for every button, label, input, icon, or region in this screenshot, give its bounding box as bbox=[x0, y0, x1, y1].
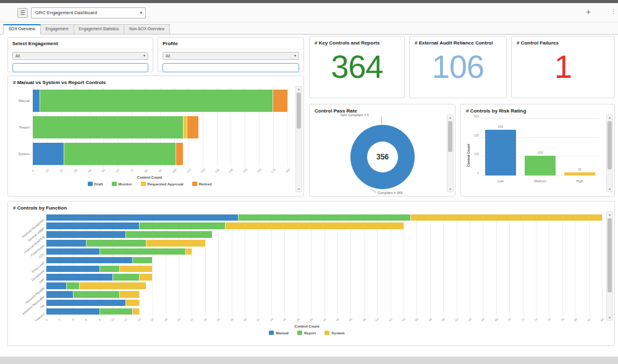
bar-segment-retired[interactable] bbox=[176, 143, 182, 165]
scroll-up-icon[interactable]: ▲ bbox=[607, 115, 612, 120]
bar-segment-monitor[interactable] bbox=[40, 90, 273, 112]
bar-segment-manual[interactable] bbox=[46, 231, 125, 238]
bar-zone bbox=[46, 222, 602, 229]
chevron-down-icon: ▾ bbox=[143, 53, 145, 59]
bar-segment-report[interactable] bbox=[132, 257, 152, 264]
legend-item-monitor[interactable]: Monitor bbox=[112, 182, 132, 186]
category-label: System bbox=[12, 152, 33, 156]
scroll-up-icon[interactable]: ▲ bbox=[607, 212, 612, 217]
vertical-scrollbar[interactable]: ▲ ▼ bbox=[606, 114, 613, 192]
bar-segment-manual[interactable] bbox=[46, 222, 139, 229]
stacked-bar bbox=[46, 282, 602, 289]
x-tick-label: 76 bbox=[546, 317, 551, 322]
bar-row-financial-reporting: Financial Reporting bbox=[12, 231, 602, 238]
legend-item-draft[interactable]: Draft bbox=[88, 182, 103, 186]
bar-medium[interactable] bbox=[525, 156, 556, 176]
x-tick-label: 46 bbox=[348, 317, 353, 322]
tab-engagement[interactable]: Engagement bbox=[41, 24, 74, 35]
tab-sox-overview[interactable]: SOX Overview bbox=[3, 24, 41, 35]
bar-segment-system[interactable] bbox=[410, 214, 602, 221]
legend-item-report[interactable]: Report bbox=[297, 331, 316, 335]
add-icon[interactable]: + bbox=[583, 7, 593, 17]
engagement-dropdown[interactable]: All ▾ bbox=[12, 52, 148, 60]
bar-segment-manual[interactable] bbox=[46, 266, 99, 273]
bar-segment-manual[interactable] bbox=[46, 240, 86, 247]
bar-segment-system[interactable] bbox=[225, 222, 404, 229]
profile-dropdown[interactable]: All ▾ bbox=[163, 52, 299, 60]
bar-segment-monitor[interactable] bbox=[33, 116, 183, 138]
bar-segment-report[interactable] bbox=[73, 291, 119, 298]
legend-item-manual[interactable]: Manual bbox=[269, 331, 289, 335]
vertical-scrollbar[interactable]: ▲ ▼ bbox=[295, 86, 302, 192]
bar-segment-report[interactable] bbox=[125, 231, 211, 238]
engagement-search-input[interactable] bbox=[12, 63, 148, 72]
bar-zone bbox=[46, 266, 602, 273]
bar-segment-retired[interactable] bbox=[273, 90, 287, 112]
legend-item-requested-approval[interactable]: Requested Approval bbox=[141, 182, 184, 186]
bar-segment-report[interactable] bbox=[86, 240, 145, 247]
bar-high[interactable] bbox=[564, 172, 595, 176]
stacked-bar bbox=[46, 291, 602, 298]
bar-segment-draft[interactable] bbox=[33, 143, 64, 165]
bar-segment-report[interactable] bbox=[139, 222, 225, 229]
bar-segment-manual[interactable] bbox=[46, 308, 99, 315]
profile-search-input[interactable] bbox=[163, 63, 299, 72]
bar-segment-report[interactable] bbox=[66, 282, 79, 289]
bar-segment-manual[interactable] bbox=[46, 248, 99, 255]
scrollbar-thumb[interactable] bbox=[448, 121, 452, 152]
bar-segment-manual[interactable] bbox=[46, 300, 125, 307]
bar-segment-manual[interactable] bbox=[46, 214, 238, 221]
scroll-down-icon[interactable]: ▼ bbox=[607, 315, 612, 320]
chart-panel-controls-by-function: # Controls by Function Revenue Recogniti… bbox=[7, 201, 615, 346]
bar-zone bbox=[46, 274, 602, 281]
x-tick-label: 180 bbox=[284, 167, 290, 174]
x-tick-label: 20 bbox=[59, 168, 64, 173]
stacked-bar bbox=[46, 300, 602, 307]
scroll-down-icon[interactable]: ▼ bbox=[447, 187, 453, 192]
legend-item-system[interactable]: System bbox=[324, 331, 344, 335]
bar-segment-system[interactable] bbox=[132, 308, 139, 315]
bar-low[interactable] bbox=[485, 130, 516, 176]
bar-segment-system[interactable] bbox=[139, 274, 152, 281]
bar-segment-system[interactable] bbox=[185, 248, 192, 255]
menu-icon[interactable]: ☰ bbox=[17, 8, 28, 18]
vertical-scrollbar[interactable]: ▲ ▼ bbox=[447, 114, 454, 192]
bar-segment-report[interactable] bbox=[112, 274, 139, 281]
scrollbar-thumb[interactable] bbox=[607, 121, 612, 169]
dashboard-selector[interactable]: GRC Engagement Dashboard ▾ bbox=[31, 7, 146, 19]
bar-segment-report[interactable] bbox=[99, 308, 133, 315]
scrollbar-thumb[interactable] bbox=[297, 93, 301, 129]
scroll-down-icon[interactable]: ▼ bbox=[607, 187, 612, 192]
bar-segment-report[interactable] bbox=[99, 266, 119, 273]
kpi-title: # Control Failures bbox=[512, 36, 614, 46]
bar-segment-draft[interactable] bbox=[33, 90, 40, 112]
legend-item-retired[interactable]: Retired bbox=[192, 182, 212, 186]
bar-segment-system[interactable] bbox=[146, 240, 205, 247]
tab-non-sox-overview[interactable]: Non-SOX Overview bbox=[124, 24, 170, 35]
bar-segment-system[interactable] bbox=[119, 291, 139, 298]
bar-segment-monitor[interactable] bbox=[64, 143, 176, 165]
x-tick-label: 160 bbox=[256, 167, 262, 174]
category-label: High bbox=[564, 179, 595, 183]
bar-segment-report[interactable] bbox=[99, 248, 185, 255]
kebab-menu-icon[interactable]: ⋮ bbox=[611, 8, 617, 15]
donut-ring[interactable]: 356 bbox=[350, 125, 415, 189]
x-tick-label: 140 bbox=[227, 167, 234, 174]
scrollbar-thumb[interactable] bbox=[607, 218, 612, 292]
bar-segment-manual[interactable] bbox=[46, 274, 112, 281]
bar-segment-manual[interactable] bbox=[46, 291, 73, 298]
scroll-up-icon[interactable]: ▲ bbox=[296, 87, 302, 91]
bar-segment-manual[interactable] bbox=[46, 282, 66, 289]
bar-segment-report[interactable] bbox=[238, 214, 410, 221]
bar-segment-system[interactable] bbox=[119, 266, 153, 273]
vertical-scrollbar[interactable]: ▲ ▼ bbox=[606, 211, 613, 321]
bar-segment-retired[interactable] bbox=[187, 116, 198, 138]
bar-segment-system[interactable] bbox=[125, 300, 138, 307]
tab-engagement-statistics[interactable]: Engagement Statistics bbox=[74, 24, 125, 35]
scroll-down-icon[interactable]: ▼ bbox=[296, 187, 302, 192]
bar-segment-system[interactable] bbox=[79, 282, 145, 289]
bar-segment-manual[interactable] bbox=[46, 257, 132, 264]
legend-swatch bbox=[324, 331, 329, 335]
scroll-up-icon[interactable]: ▲ bbox=[447, 115, 453, 120]
bar-segment-requested-approval[interactable] bbox=[183, 116, 187, 138]
